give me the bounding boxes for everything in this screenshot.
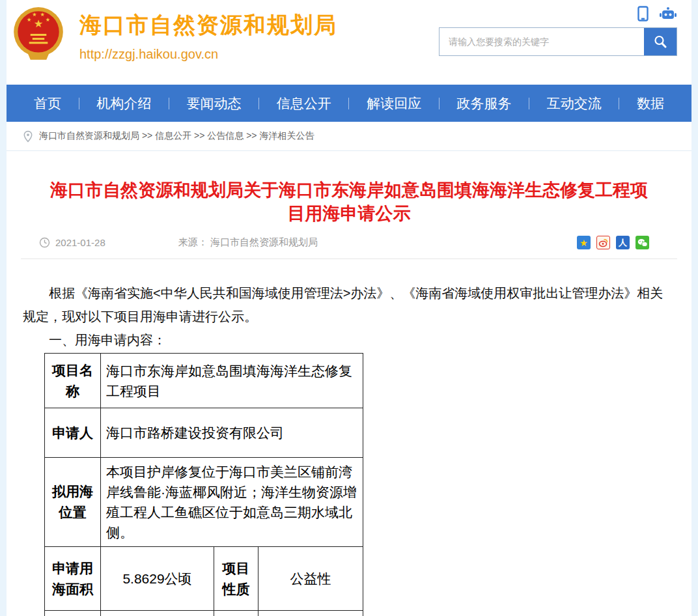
row-label: 拟用海位置	[45, 458, 101, 547]
share-weibo-icon[interactable]	[596, 236, 610, 249]
row-label: 用海类型	[45, 611, 101, 616]
article-body: 根据《海南省实施<中华人民共和国海域使用管理法>办法》、《海南省海域使用权审批出…	[7, 259, 691, 616]
svg-text:★: ★	[40, 12, 44, 18]
nav-separator	[79, 98, 79, 109]
row-label: 申请人	[45, 408, 101, 458]
row-label: 项目名称	[45, 354, 101, 408]
location-pin-icon	[23, 130, 33, 143]
row-value: 透水构筑物	[258, 611, 363, 616]
nav-item-interaction[interactable]: 互动交流	[547, 94, 602, 113]
publish-date: 2021-01-28	[55, 237, 105, 248]
header-right	[439, 5, 677, 56]
site-url: http://zzgj.haikou.gov.cn	[79, 47, 337, 62]
search-icon	[652, 34, 668, 49]
nav-item-data[interactable]: 数据	[637, 94, 664, 113]
row-value: 海口市路桥建设投资有限公司	[101, 408, 363, 458]
row-value: 公益性	[258, 547, 363, 611]
national-emblem-logo[interactable]: ★ ★ ★ ★ ★	[12, 5, 65, 64]
table-row: 拟用海位置 本项目护岸修复位于海口市美兰区铺前湾岸线鲁能·海蓝椰风附近；海洋生物…	[45, 458, 363, 547]
robot-assistant-icon[interactable]	[659, 7, 677, 21]
mobile-version-icon[interactable]	[637, 6, 649, 21]
nav-separator	[439, 98, 440, 109]
nav-item-interpretation[interactable]: 解读回应	[367, 94, 421, 113]
table-row: 用海类型 特殊用海 用海方式 透水构筑物	[45, 611, 363, 616]
row-value: 5.8629公顷	[101, 547, 214, 611]
main-nav: 首页 机构介绍 要闻动态 信息公开 解读回应 政务服务 互动交流 数据	[7, 85, 691, 122]
article-meta: 2021-01-28 来源： 海口市自然资源和规划局 ★ 人	[7, 236, 691, 259]
share-buttons: ★ 人	[577, 236, 649, 249]
share-qzone-icon[interactable]: ★	[577, 236, 591, 249]
row-value: 特殊用海	[101, 611, 214, 616]
nav-separator	[529, 98, 529, 109]
nav-separator	[619, 98, 619, 109]
clock-icon	[39, 237, 50, 248]
publish-date-wrap: 2021-01-28	[39, 237, 105, 248]
section-heading: 一、用海申请内容：	[23, 328, 675, 352]
source-label: 来源：	[178, 236, 208, 247]
nav-item-about[interactable]: 机构介绍	[96, 94, 151, 113]
article-source: 来源： 海口市自然资源和规划局	[178, 236, 318, 249]
breadcrumb: 海口市自然资源和规划局 >> 信息公开 >> 公告信息 >> 海洋相关公告	[7, 122, 691, 150]
article-title: 海口市自然资源和规划局关于海口市东海岸如意岛围填海海洋生态修复工程项目用海申请公…	[46, 151, 652, 225]
nav-separator	[169, 98, 169, 109]
table-row: 项目名称 海口市东海岸如意岛围填海海洋生态修复工程项目	[45, 354, 363, 408]
nav-item-services[interactable]: 政务服务	[456, 94, 511, 113]
svg-text:★: ★	[34, 18, 44, 29]
search-button[interactable]	[644, 28, 677, 55]
nav-item-info-disclosure[interactable]: 信息公开	[277, 94, 331, 113]
site-title: 海口市自然资源和规划局	[79, 10, 337, 40]
search-input[interactable]	[440, 28, 644, 55]
nav-separator	[348, 98, 349, 109]
row-value: 本项目护岸修复位于海口市美兰区铺前湾岸线鲁能·海蓝椰风附近；海洋生物资源增殖工程…	[101, 458, 363, 547]
nav-separator	[258, 98, 259, 109]
row-label: 项目性质	[214, 547, 258, 611]
sea-use-application-table: 项目名称 海口市东海岸如意岛围填海海洋生态修复工程项目 申请人 海口市路桥建设投…	[44, 353, 363, 616]
site-header: ★ ★ ★ ★ ★ 海口市自然资源和规划局 http://zzgj.haikou…	[7, 0, 691, 85]
table-row: 申请用海面积 5.8629公顷 项目性质 公益性	[45, 547, 363, 611]
table-row: 申请人 海口市路桥建设投资有限公司	[45, 408, 363, 458]
row-label: 申请用海面积	[45, 547, 101, 611]
quick-icons	[439, 5, 677, 22]
row-value: 海口市东海岸如意岛围填海海洋生态修复工程项目	[101, 354, 363, 408]
svg-text:★: ★	[46, 17, 50, 23]
svg-text:★: ★	[27, 17, 31, 23]
article: 海口市自然资源和规划局关于海口市东海岸如意岛围填海海洋生态修复工程项目用海申请公…	[7, 150, 691, 616]
row-label: 用海方式	[214, 611, 258, 616]
site-identity: 海口市自然资源和规划局 http://zzgj.haikou.gov.cn	[79, 5, 337, 62]
nav-item-home[interactable]: 首页	[34, 94, 61, 113]
share-renren-icon[interactable]: 人	[616, 236, 630, 249]
source-name: 海口市自然资源和规划局	[210, 236, 318, 247]
page-container: ★ ★ ★ ★ ★ 海口市自然资源和规划局 http://zzgj.haikou…	[7, 0, 691, 616]
svg-text:★: ★	[32, 12, 36, 18]
nav-item-news[interactable]: 要闻动态	[187, 94, 242, 113]
search-bar	[439, 27, 677, 56]
breadcrumb-path[interactable]: 海口市自然资源和规划局 >> 信息公开 >> 公告信息 >> 海洋相关公告	[39, 130, 314, 142]
share-wechat-icon[interactable]	[635, 236, 649, 249]
body-paragraph: 根据《海南省实施<中华人民共和国海域使用管理法>办法》、《海南省海域使用权审批出…	[23, 281, 675, 328]
